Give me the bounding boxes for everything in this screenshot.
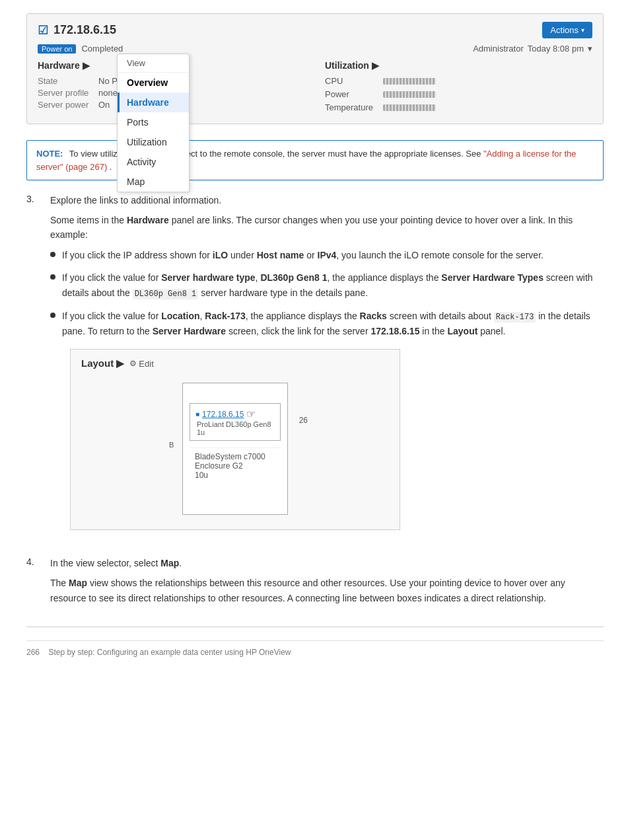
bullet-dot-3 <box>50 313 55 318</box>
status-completed: Completed <box>81 44 123 54</box>
layout-screenshot: Layout ▶ ⚙ Edit B ■ 172.18.6.15 <box>70 349 400 530</box>
step3-item: 3. Explore the links to additional infor… <box>26 194 604 541</box>
dropdown-item-hardware[interactable]: Hardware <box>118 93 189 112</box>
step4-content: In the view selector, select Map. The Ma… <box>50 556 604 611</box>
server-model: ProLiant DL360p Gen8 <box>195 420 275 428</box>
edit-label: Edit <box>139 359 153 369</box>
layout-header: Layout ▶ ⚙ Edit <box>81 358 389 369</box>
step3-number: 3. <box>26 194 42 541</box>
chevron-down-icon: ▾ <box>581 26 584 34</box>
server-link[interactable]: 172.18.6.15 <box>202 410 244 419</box>
rack-number-label: 26 <box>299 416 308 425</box>
bullet-dot-1 <box>50 252 55 257</box>
view-dropdown[interactable]: View Overview Hardware Ports Utilization… <box>117 54 190 192</box>
note-label: NOTE: <box>36 149 63 159</box>
power-label: Server power <box>38 100 90 110</box>
server-ip-label: 172.18.6.15 <box>53 23 116 37</box>
util-row-cpu: CPU <box>325 76 592 86</box>
layout-title: Layout ▶ <box>81 358 124 369</box>
view-dropdown-header[interactable]: View <box>118 54 189 73</box>
ui-screenshot: ☑ 172.18.6.15 Actions ▾ Power on Complet… <box>26 13 604 124</box>
util-power-label: Power <box>325 89 378 99</box>
step4-para: The Map view shows the relationships bet… <box>50 576 604 605</box>
bullet-hardware-type: If you click the value for Server hardwa… <box>50 270 604 301</box>
rack-body: ■ 172.18.6.15 ☞ ProLiant DL360p Gen8 1u … <box>182 383 288 515</box>
bullet-location-text: If you click the value for Location, Rac… <box>62 309 604 339</box>
rack-enclosure-item: BladeSystem c7000 Enclosure G2 10u <box>190 447 281 484</box>
bullet-hardware-text: If you click the value for Server hardwa… <box>62 270 604 301</box>
temp-label: Temperature <box>325 102 378 112</box>
profile-value: none <box>98 88 118 98</box>
dropdown-item-ports[interactable]: Ports <box>118 112 189 132</box>
ui-title: ☑ 172.18.6.15 <box>38 23 116 38</box>
rack-server-item: ■ 172.18.6.15 ☞ ProLiant DL360p Gen8 1u <box>190 403 281 441</box>
dropdown-item-utilization[interactable]: Utilization <box>118 132 189 152</box>
ui-subheader: Power on Completed Administrator Today 8… <box>38 44 592 54</box>
server-icon: ■ <box>195 410 199 418</box>
chevron-date-icon: ▾ <box>588 44 592 54</box>
layout-edit-button[interactable]: ⚙ Edit <box>129 359 153 369</box>
footer-divider <box>26 627 604 627</box>
step4-item: 4. In the view selector, select Map. The… <box>26 556 604 611</box>
note-text-end: . <box>110 162 112 172</box>
enclosure-size: 10u <box>195 471 208 480</box>
enclosure-name: BladeSystem c7000 Enclosure G2 <box>195 452 265 471</box>
dropdown-item-activity[interactable]: Activity <box>118 152 189 172</box>
bullet-ilo-text: If you click the IP address shown for iL… <box>62 248 543 262</box>
step4-section: 4. In the view selector, select Map. The… <box>26 556 604 611</box>
power-bar <box>383 91 436 98</box>
dropdown-item-map[interactable]: Map <box>118 172 189 192</box>
step3-content: Explore the links to additional informat… <box>50 194 604 541</box>
bullet-dot-2 <box>50 274 55 280</box>
power-on-badge: Power on <box>38 44 76 54</box>
right-panel: Utilization ▶ CPU Power Temperature <box>318 60 592 116</box>
note-box: NOTE: To view utilization data or connec… <box>26 140 604 180</box>
step3-section: 3. Explore the links to additional infor… <box>26 194 604 541</box>
state-label: State <box>38 76 90 86</box>
server-size: 1u <box>195 428 275 436</box>
rack-letter-label: B <box>169 441 174 449</box>
bullet-location: If you click the value for Location, Rac… <box>50 309 604 339</box>
power-value: On <box>98 100 110 110</box>
rack-item-title: ■ 172.18.6.15 ☞ <box>195 408 275 420</box>
admin-label: Administrator <box>473 44 524 54</box>
step3-intro: Some items in the Hardware panel are lin… <box>50 213 604 243</box>
cpu-bar <box>383 78 436 85</box>
ui-subheader-right: Administrator Today 8:08 pm ▾ <box>473 44 592 54</box>
date-label: Today 8:08 pm <box>528 44 584 54</box>
checkbox-icon: ☑ <box>38 23 48 38</box>
profile-label: Server profile <box>38 88 90 98</box>
util-section-title: Utilization ▶ <box>325 60 592 71</box>
ui-body: Hardware ▶ State No Profile A Server pro… <box>38 60 592 116</box>
actions-label: Actions <box>550 25 578 35</box>
cursor-hand-icon: ☞ <box>246 408 256 420</box>
util-row-power: Power <box>325 89 592 99</box>
dropdown-item-overview[interactable]: Overview <box>118 73 189 93</box>
step4-title: In the view selector, select Map. <box>50 556 604 570</box>
step3-title: Explore the links to additional informat… <box>50 194 604 208</box>
temp-bar <box>383 104 436 111</box>
footer-text: Step by step: Configuring an example dat… <box>48 648 291 657</box>
step4-number: 4. <box>26 556 42 611</box>
util-row-temp: Temperature <box>325 102 592 112</box>
actions-button[interactable]: Actions ▾ <box>542 22 592 38</box>
ui-header: ☑ 172.18.6.15 Actions ▾ <box>38 22 592 38</box>
step3-bullets: If you click the IP address shown for iL… <box>50 248 604 339</box>
cpu-label: CPU <box>325 76 378 86</box>
rack-container: B ■ 172.18.6.15 ☞ ProLiant DL360p Gen8 1… <box>182 383 288 515</box>
page-number: 266 <box>26 648 40 657</box>
bullet-ilo: If you click the IP address shown for iL… <box>50 248 604 262</box>
gear-icon: ⚙ <box>129 359 137 368</box>
page-footer: 266 Step by step: Configuring an example… <box>26 640 604 657</box>
rack-visual-container: B ■ 172.18.6.15 ☞ ProLiant DL360p Gen8 1… <box>81 376 389 521</box>
